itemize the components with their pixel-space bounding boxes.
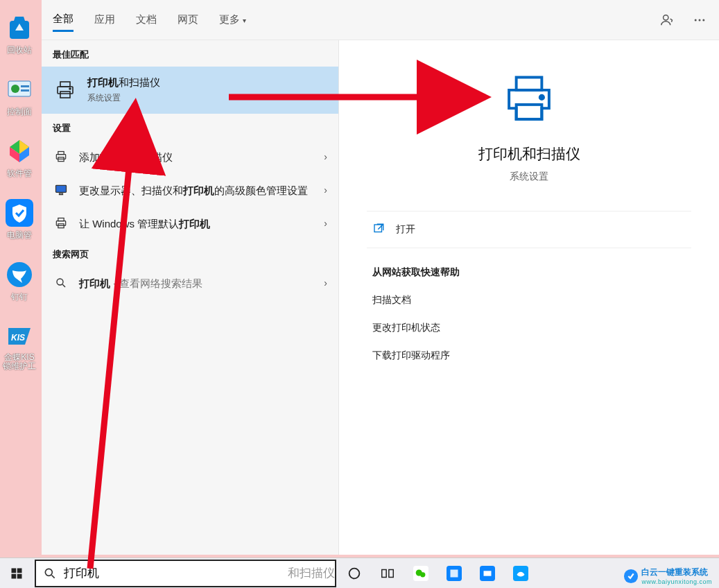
svg-rect-41 [389,569,393,577]
svg-line-38 [52,575,55,578]
svg-rect-14 [60,92,70,98]
web-search-row[interactable]: 打印机 - 查看网络搜索结果 › [42,266,338,300]
svg-rect-46 [451,569,458,577]
feedback-icon[interactable] [659,12,676,28]
svg-rect-19 [56,185,67,192]
section-settings: 设置 [42,114,338,140]
search-tabs: 全部 应用 文档 网页 更多 ▾ [42,0,719,40]
svg-rect-3 [21,85,29,87]
svg-rect-27 [517,78,542,90]
svg-rect-30 [374,225,382,232]
taskbar-app3[interactable] [504,558,537,589]
printer-large-icon [498,68,560,130]
section-best-match: 最佳匹配 [42,40,338,67]
best-match-item[interactable]: 打印机和扫描仪 系统设置 [42,67,338,114]
svg-rect-22 [58,218,64,221]
chevron-right-icon: › [324,277,327,288]
svg-rect-34 [17,568,22,573]
start-button[interactable] [0,558,33,589]
svg-point-15 [69,88,71,89]
tab-apps[interactable]: 应用 [94,9,115,31]
svg-rect-36 [17,573,22,578]
search-icon [53,275,69,291]
settings-row-default-printer[interactable]: 让 Windows 管理默认打印机 › [42,207,338,240]
desktop-icons: 回收站 控制面 软件管 电脑管 钉钉 KIS 金蝶KIS 锁维护工 [0,0,42,555]
svg-point-8 [664,15,668,19]
tab-docs[interactable]: 文档 [136,9,157,31]
svg-point-2 [11,85,19,93]
tab-all[interactable]: 全部 [53,8,73,32]
web-search-label: 打印机 - 查看网络搜索结果 [79,276,320,291]
svg-point-25 [57,279,63,285]
preview-title: 打印机和扫描仪 [478,144,580,164]
results-column: 最佳匹配 打印机和扫描仪 系统设置 设置 添加打印机或扫描仪 [42,40,338,555]
svg-rect-33 [12,568,17,573]
desktop-icon-kis[interactable]: KIS 金蝶KIS 锁维护工 [0,322,39,371]
svg-point-37 [45,569,52,576]
svg-rect-28 [517,105,542,119]
help-title: 从网站获取快速帮助 [372,266,686,279]
preview-sub: 系统设置 [510,171,548,183]
help-link[interactable]: 下载打印驱动程序 [372,349,686,362]
open-action[interactable]: 打开 [367,211,691,248]
svg-point-9 [695,19,697,21]
chevron-right-icon: › [324,218,327,229]
chevron-right-icon: › [324,184,327,196]
svg-point-10 [699,19,701,21]
preview-column: 打印机和扫描仪 系统设置 打开 从网站获取快速帮助 扫描文档 更 [338,40,719,555]
taskbar-app1[interactable] [438,558,471,589]
settings-row-label: 让 Windows 管理默认打印机 [79,216,320,231]
desktop-icon-dingtalk[interactable]: 钉钉 [0,261,39,303]
help-link[interactable]: 扫描文档 [372,294,686,306]
chevron-right-icon: › [324,151,327,162]
open-icon [372,223,386,236]
open-label: 打开 [396,223,415,236]
taskbar-taskview[interactable] [371,558,404,589]
best-match-sub: 系统设置 [87,92,160,104]
svg-text:KIS: KIS [11,333,25,343]
settings-row-add-printer[interactable]: 添加打印机或扫描仪 › [42,140,338,173]
tab-more[interactable]: 更多 ▾ [219,9,246,31]
svg-rect-35 [12,573,17,578]
search-input[interactable] [64,567,289,580]
monitor-icon [53,182,69,198]
taskbar-app2[interactable] [471,558,504,589]
section-search-web: 搜索网页 [42,240,338,266]
taskbar-wechat[interactable] [404,558,438,589]
svg-rect-40 [382,569,386,577]
settings-row-label: 更改显示器、扫描仪和打印机的高级颜色管理设置 [79,183,320,198]
svg-point-11 [702,19,704,21]
printer-icon [53,78,78,103]
tab-web[interactable]: 网页 [177,9,198,31]
taskbar-cortana[interactable] [338,558,371,589]
svg-point-29 [540,96,544,99]
help-link[interactable]: 更改打印机状态 [372,322,686,334]
svg-line-26 [62,284,65,287]
desktop-icon-guard[interactable]: 电脑管 [0,199,39,241]
settings-row-color-mgmt[interactable]: 更改显示器、扫描仪和打印机的高级颜色管理设置 › [42,173,338,207]
desktop-icon-recycle[interactable]: 回收站 [0,14,39,56]
search-panel: 全部 应用 文档 网页 更多 ▾ 最佳匹配 打 [42,0,719,555]
watermark: 白云一键重装系统 www.baiyunxitong.com [623,567,712,585]
help-section: 从网站获取快速帮助 扫描文档 更改打印机状态 下载打印驱动程序 [367,248,691,377]
svg-rect-4 [21,89,29,92]
svg-point-39 [349,568,360,578]
svg-rect-21 [60,193,63,195]
search-icon [36,567,64,580]
search-ghost-text: 和扫描仪 [288,565,335,581]
preview-actions: 打开 [367,211,691,248]
taskbar: 和扫描仪 白云一键重装系统 www.baiyunxitong.com [0,557,719,588]
more-options-icon[interactable] [691,12,708,28]
desktop-icon-control[interactable]: 控制面 [0,76,39,118]
best-match-title: 打印机和扫描仪 [87,76,160,89]
printer-icon [53,148,69,165]
svg-point-44 [420,572,425,577]
desktop-icon-software[interactable]: 软件管 [0,137,39,180]
svg-rect-12 [60,82,70,87]
printer-icon [53,215,69,232]
settings-row-label: 添加打印机或扫描仪 [79,150,320,164]
search-box[interactable]: 和扫描仪 [35,560,336,587]
